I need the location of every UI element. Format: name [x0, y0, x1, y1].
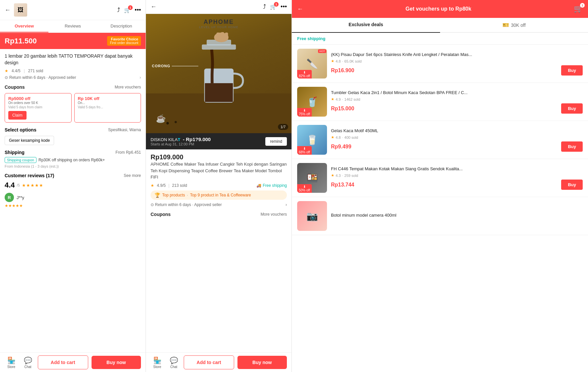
share-icon[interactable]: ⤴: [117, 7, 120, 14]
more-vouchers-link[interactable]: More vouchers: [115, 85, 141, 89]
cart-button-3[interactable]: 🛒 1: [574, 5, 583, 13]
shipping-coupon-tag[interactable]: Shipping coupon: [5, 157, 36, 163]
corong-label: CORONG: [152, 64, 170, 68]
product-thumb-2: 🥤 ⬇75% off: [297, 87, 327, 117]
brand-tagline: LEVEL UP YOUR HOME: [199, 26, 238, 29]
panel2-bottom-bar: 🏪 Store 💬 Chat Add to cart Buy now: [146, 352, 292, 372]
product-name-3: Gelas Kaca Motif 450ML: [331, 128, 583, 134]
more-icon-2[interactable]: •••: [281, 3, 287, 10]
discount-info: DISKON KILAT - Rp1?9.000 Starts at Aug 3…: [151, 136, 211, 146]
buy-now-button[interactable]: Buy now: [92, 356, 141, 369]
header-actions: ⤴ 🛒1 •••: [117, 7, 141, 14]
discount-banner: DISKON KILAT - Rp1?9.000 Starts at Aug 3…: [146, 133, 292, 149]
cart-button-2[interactable]: 🛒1: [270, 4, 277, 10]
product-price: Rp11.500: [5, 37, 37, 45]
rating-row: 4.4 /5 ★ ★ ★ ★ ★: [5, 181, 141, 189]
p2-return-row[interactable]: ⊙ Return within 6 days · Approved seller…: [151, 202, 287, 207]
p2-more-vouchers[interactable]: More vouchers: [261, 212, 287, 217]
return-arrow-icon: ›: [140, 75, 141, 80]
panel-2: ← ⤴ 🛒1 •••: [146, 0, 292, 372]
share-icon-2[interactable]: ⤴: [263, 3, 266, 10]
add-to-cart-button[interactable]: Add to cart: [38, 355, 88, 369]
buy-button-1[interactable]: Buy: [561, 65, 583, 76]
remind-button[interactable]: remind: [265, 137, 287, 146]
buy-now-button-2[interactable]: Buy now: [237, 356, 287, 369]
discount-label: DISKON KILAT - Rp1?9.000: [151, 136, 211, 142]
product-image: ☕ ● ● CORONG APHOME LEVEL UP YOUR HOME 1…: [146, 14, 292, 133]
select-options[interactable]: Select options Spesifikasi, Warna: [5, 127, 141, 133]
tab-description[interactable]: Description: [97, 20, 146, 32]
rating-suffix: /5: [17, 183, 20, 187]
tab-reviews[interactable]: Reviews: [48, 20, 97, 32]
buy-button-3[interactable]: Buy: [561, 141, 583, 152]
store-button-2[interactable]: 🏪 Store: [151, 356, 164, 369]
option-chip[interactable]: Geser kesamping kode: [5, 136, 54, 145]
star-icon-2: ★: [151, 183, 154, 188]
back-icon-3[interactable]: ←: [297, 6, 303, 13]
back-icon[interactable]: ←: [5, 7, 11, 14]
coupon-1: Rp5000 off On orders over 50 K Valid 5 d…: [5, 93, 72, 123]
add-to-cart-button-2[interactable]: Add to cart: [184, 355, 234, 369]
free-shipping-tag: Free shipping: [292, 33, 588, 45]
shipping-header: Shipping From Rp6.451: [5, 150, 141, 155]
buy-button-4[interactable]: Buy: [561, 180, 583, 190]
cart-count-3: 1: [580, 3, 585, 8]
product-info-2: Tumbler Gelas Kaca 2in1 / Botol Minum Ka…: [331, 90, 583, 114]
discount-tag-3: ⬇68% off: [297, 146, 312, 155]
chat-button-2[interactable]: 💬 Chat: [167, 356, 180, 369]
product-rating-3: ★ 4.8 · 400 sold: [331, 135, 583, 139]
list-item: 🍱 ⬇50% off FH C446 Tempat Makan Kotak Ma…: [292, 159, 588, 197]
chat-label: Chat: [24, 365, 31, 369]
product-thumb-4: 🍱 ⬇50% off: [297, 163, 327, 193]
image-counter: 1/7: [278, 124, 288, 130]
panel1-bottom-bar: 🏪 Store 💬 Chat Add to cart Buy now: [0, 352, 146, 372]
product-meta: ★ 4.4/5 | 271 sold: [5, 69, 141, 73]
tab-overview[interactable]: Overview: [0, 20, 48, 32]
buy-button-2[interactable]: Buy: [561, 103, 583, 114]
bottle-image: 📷: [297, 201, 327, 231]
panel1-tabs: Overview Reviews Description: [0, 20, 146, 33]
coupons-title: Coupons: [5, 84, 25, 90]
store-label-2: Store: [153, 365, 161, 369]
brand-name: APHOME: [199, 19, 238, 26]
rating-big: 4.4: [5, 181, 15, 189]
shipping-origin: From Indonesia (1 - 3 days (est.)): [5, 164, 141, 168]
reviewer-name: J**y: [17, 195, 24, 200]
shipping-coupon-text: Rp30K off shipping on orders Rp60k+: [38, 158, 105, 162]
tab-exclusive-deals[interactable]: Exclusive deals: [292, 18, 440, 33]
product-rating-4: ★ 4.3 · 259 sold: [331, 173, 583, 178]
product-price-3: Rp9.499: [331, 144, 351, 150]
tab-30k-off[interactable]: 🎫 30K off: [440, 18, 588, 32]
discount-tag-4: ⬇50% off: [297, 184, 312, 193]
store-button[interactable]: 🏪 Store: [5, 356, 18, 369]
back-icon-2[interactable]: ←: [151, 3, 157, 10]
top-product-badge: 🏆 Top products · Top 9 product in Tea & …: [151, 190, 287, 200]
return-text: Return within 6 days · Approved seller: [9, 75, 76, 80]
p2-coupons-header: Coupons More vouchers: [151, 212, 287, 217]
product-rating-2: ★ 4.9 · 1462 sold: [331, 97, 583, 101]
panel1-header: ← 🖼 ⤴ 🛒1 •••: [0, 0, 146, 20]
favorite-badge: Favorite Choice First order discount: [107, 36, 141, 46]
product-list: 🔪 ⬇82% off HOT (KK) Pisau Dapur Set 6pcs…: [292, 45, 588, 372]
chat-button[interactable]: 💬 Chat: [21, 356, 34, 369]
star-icon: ★: [5, 69, 8, 73]
p2-return-left: ⊙ Return within 6 days · Approved seller: [151, 202, 222, 207]
reviews-title: Customer reviews (17): [5, 173, 54, 178]
coupon1-valid: Valid 5 days from claim: [8, 105, 68, 109]
cart-button[interactable]: 🛒1: [124, 7, 131, 13]
return-info[interactable]: ⊙ Return within 6 days · Approved seller…: [5, 75, 141, 80]
coupon-2: Rp 10K off On... Valid 5 days fro...: [74, 93, 141, 123]
shipping-section: Shipping From Rp6.451 Shipping coupon Rp…: [5, 150, 141, 168]
see-more-link[interactable]: See more: [124, 173, 141, 178]
chat-label-2: Chat: [170, 365, 177, 369]
panel2-content: Rp109.000 APHOME Coffee Maker Tea Infuse…: [146, 149, 292, 352]
p2-sold: 213 sold: [172, 183, 187, 188]
claim-button[interactable]: Claim: [8, 111, 27, 120]
select-options-value: Spesifikasi, Warna: [108, 128, 141, 132]
product-info-1: (KK) Pisau Dapur Set 6pcs Stainless Knif…: [331, 52, 583, 76]
product-rating-1: ★ 4.8 · 65.0K sold: [331, 59, 583, 63]
p2-price: Rp109.000: [151, 153, 287, 161]
product-price-1: Rp16.900: [331, 68, 354, 74]
more-icon[interactable]: •••: [135, 7, 141, 14]
svg-rect-7: [225, 32, 228, 38]
